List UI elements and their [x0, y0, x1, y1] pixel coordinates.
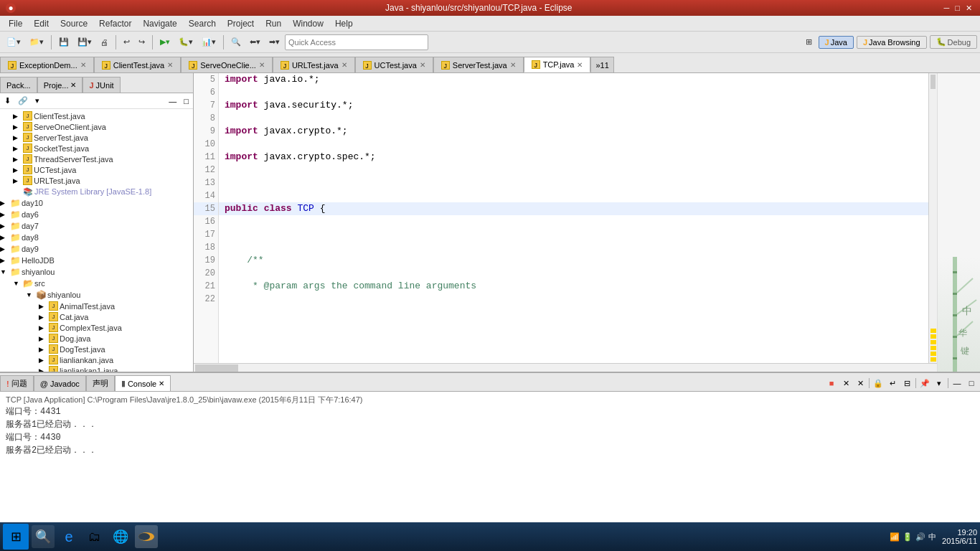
- taskbar-icon-chrome[interactable]: 🌐: [109, 525, 132, 548]
- start-button[interactable]: ⊞: [3, 524, 29, 550]
- editor-horizontal-scrollbar[interactable]: [194, 363, 937, 372]
- print-button[interactable]: 🖨: [97, 34, 112, 51]
- battery-icon[interactable]: 🔋: [903, 532, 913, 542]
- coverage-button[interactable]: 📊▾: [198, 34, 220, 51]
- bottom-tab-declaration[interactable]: 声明: [86, 375, 115, 391]
- open-button[interactable]: 📁▾: [26, 34, 47, 51]
- tree-arrow-icon[interactable]: ▶: [13, 134, 22, 141]
- tree-arrow-icon[interactable]: ▶: [39, 357, 47, 364]
- tree-item-shiyanlou-package[interactable]: ▼ 📦 shiyanlou: [0, 289, 193, 301]
- tree-item-dog[interactable]: ▶ J Dog.java: [0, 333, 193, 344]
- menu-navigate[interactable]: Navigate: [137, 17, 182, 30]
- tree-arrow-icon[interactable]: ▶: [13, 123, 22, 131]
- tree-item-lianliankan[interactable]: ▶ J lianliankan.java: [0, 354, 193, 365]
- save-button[interactable]: 💾: [55, 34, 72, 51]
- volume-icon[interactable]: 🔊: [915, 532, 925, 542]
- menu-project[interactable]: Project: [222, 17, 260, 30]
- tree-arrow-icon[interactable]: ▶: [0, 257, 9, 264]
- run-button[interactable]: ▶▾: [156, 34, 174, 51]
- pin-console-button[interactable]: 📌: [918, 377, 932, 390]
- console-view-menu[interactable]: ▾: [932, 377, 946, 390]
- scroll-lock-button[interactable]: 🔒: [871, 377, 885, 390]
- panel-menu-button[interactable]: ▾: [32, 95, 42, 107]
- scrollbar-thumb[interactable]: [930, 75, 936, 89]
- tree-arrow-icon[interactable]: ▶: [39, 314, 47, 321]
- h-scrollbar-thumb[interactable]: [195, 364, 238, 372]
- panel-tab-close-icon[interactable]: ✕: [70, 81, 76, 89]
- tree-item-shiyanlou[interactable]: ▼ 📁 shiyanlou: [0, 266, 193, 278]
- tree-arrow-icon[interactable]: ▼: [26, 291, 34, 298]
- tree-item-url-test[interactable]: ▶ J URLTest.java: [0, 175, 193, 186]
- tab-close-icon[interactable]: ✕: [420, 61, 425, 69]
- panel-minimize-button[interactable]: —: [166, 95, 179, 107]
- ime-icon[interactable]: 中: [928, 532, 936, 542]
- tree-arrow-icon[interactable]: ▶: [39, 335, 47, 342]
- tree-item-socket-test[interactable]: ▶ J SocketTest.java: [0, 143, 193, 154]
- collapse-all-button[interactable]: ⬇: [1, 95, 14, 107]
- link-editor-button[interactable]: 🔗: [15, 95, 31, 107]
- network-icon[interactable]: 📶: [890, 532, 900, 542]
- tab-close-icon[interactable]: ✕: [167, 61, 173, 69]
- tree-arrow-icon[interactable]: ▼: [13, 280, 22, 287]
- tree-item-client-test[interactable]: ▶ J ClientTest.java: [0, 110, 193, 121]
- tree-item-dog-test[interactable]: ▶ J DogTest.java: [0, 344, 193, 354]
- maximize-button[interactable]: □: [953, 4, 962, 13]
- tree-item-jre-library[interactable]: 📚 JRE System Library [JavaSE-1.8]: [0, 186, 193, 197]
- tree-arrow-icon[interactable]: ▶: [0, 199, 9, 207]
- tree-arrow-icon[interactable]: ▶: [13, 145, 22, 152]
- tree-arrow-icon[interactable]: ▶: [39, 303, 47, 310]
- taskbar-icon-cortana[interactable]: 🔍: [32, 525, 55, 548]
- close-button[interactable]: ●: [6, 3, 16, 13]
- panel-maximize-button[interactable]: □: [181, 95, 192, 107]
- tree-item-animal-test[interactable]: ▶ J AnimalTest.java: [0, 301, 193, 311]
- panel-tab-junit[interactable]: J JUnit: [83, 77, 120, 93]
- tab-close-icon[interactable]: ✕: [80, 61, 86, 69]
- menu-window[interactable]: Window: [287, 17, 329, 30]
- code-content[interactable]: import java.io.*; import java.security.*…: [219, 73, 928, 363]
- new-button[interactable]: 📄▾: [3, 34, 24, 51]
- java-browsing-button[interactable]: J Java Browsing: [857, 36, 927, 49]
- tree-item-uc-test[interactable]: ▶ J UCTest.java: [0, 164, 193, 175]
- tree-item-day8[interactable]: ▶ 📁 day8: [0, 232, 193, 243]
- save-all-button[interactable]: 💾▾: [74, 34, 95, 51]
- tab-serve-one-client[interactable]: J ServeOneClie... ✕: [181, 57, 273, 72]
- perspective-icon[interactable]: ⊞: [802, 34, 816, 51]
- system-clock[interactable]: 19:20 2015/6/11: [942, 528, 977, 545]
- java-perspective-button[interactable]: J Java: [819, 36, 854, 49]
- stop-button[interactable]: ■: [824, 377, 839, 390]
- word-wrap-button[interactable]: ↵: [885, 377, 900, 390]
- minimize-bottom-button[interactable]: —: [950, 377, 964, 390]
- tree-item-day6[interactable]: ▶ 📁 day6: [0, 209, 193, 220]
- bottom-tab-problems[interactable]: ! 问题: [0, 375, 34, 391]
- tree-arrow-icon[interactable]: ▼: [0, 268, 9, 276]
- console-clear-button[interactable]: ✕: [839, 377, 853, 390]
- undo-button[interactable]: ↩: [120, 34, 133, 51]
- tab-server-test[interactable]: J ServerTest.java ✕: [433, 57, 524, 72]
- tree-item-cat[interactable]: ▶ J Cat.java: [0, 311, 193, 322]
- tree-item-src[interactable]: ▼ 📂 src: [0, 278, 193, 289]
- tree-item-day7[interactable]: ▶ 📁 day7: [0, 220, 193, 232]
- tree-item-day10[interactable]: ▶ 📁 day10: [0, 197, 193, 209]
- taskbar-icon-explorer[interactable]: 🗂: [83, 525, 106, 548]
- tree-arrow-icon[interactable]: ▶: [0, 234, 9, 241]
- debug-perspective-button[interactable]: 🐛 Debug: [930, 35, 977, 49]
- tree-arrow-icon[interactable]: ▶: [13, 177, 22, 184]
- tab-close-icon[interactable]: ✕: [510, 61, 516, 69]
- quick-access-input[interactable]: [285, 34, 428, 50]
- search-button[interactable]: 🔍: [227, 34, 245, 51]
- menu-search[interactable]: Search: [183, 17, 222, 30]
- close-window-button[interactable]: ✕: [963, 4, 974, 13]
- tab-exception-demo[interactable]: J ExceptionDem... ✕: [0, 57, 94, 72]
- menu-source[interactable]: Source: [55, 17, 93, 30]
- tree-arrow-icon[interactable]: ▶: [39, 324, 47, 331]
- editor-vertical-scrollbar[interactable]: [928, 73, 937, 363]
- tree-arrow-icon[interactable]: ▶: [13, 156, 22, 163]
- tree-item-day9[interactable]: ▶ 📁 day9: [0, 243, 193, 255]
- tree-item-hellojdb[interactable]: ▶ 📁 HelloJDB: [0, 255, 193, 266]
- tree-arrow-icon[interactable]: ▶: [13, 166, 22, 174]
- menu-help[interactable]: Help: [329, 17, 359, 30]
- menu-run[interactable]: Run: [260, 17, 287, 30]
- navigate-button[interactable]: ⬅▾: [246, 34, 264, 51]
- tab-close-icon[interactable]: ✕: [577, 61, 583, 69]
- tab-overflow-button[interactable]: »11: [590, 57, 613, 72]
